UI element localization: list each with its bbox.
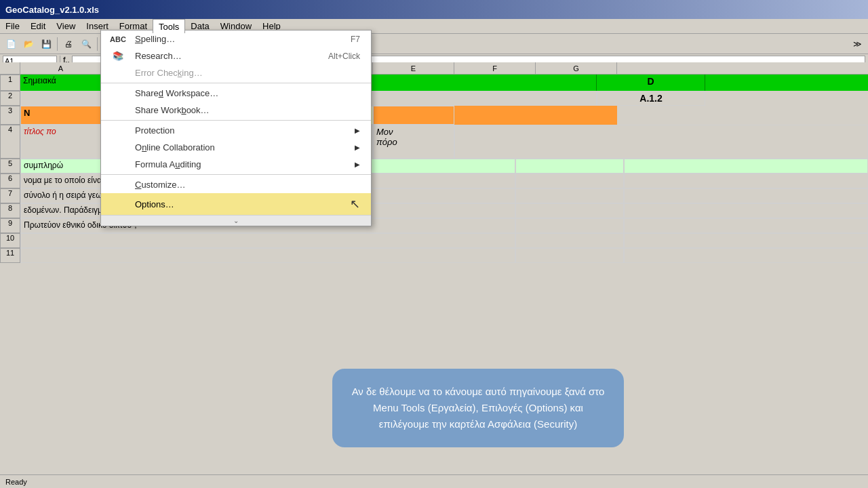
spelling-shortcut: F7	[351, 35, 360, 44]
col-f-header: F	[454, 62, 536, 74]
cell-1ef	[705, 75, 868, 91]
cell-11d	[515, 248, 624, 263]
row-11: 11	[0, 248, 868, 263]
save-btn[interactable]: 💾	[38, 36, 54, 52]
protection-arrow: ▶	[355, 127, 360, 134]
menu-share-workbook[interactable]: Share Workbook…	[101, 102, 371, 119]
new-btn[interactable]: 📄	[3, 36, 19, 52]
row-num-4: 4	[0, 125, 20, 159]
menu-research[interactable]: 📚 Research… Alt+Click	[101, 47, 371, 64]
menu-customize[interactable]: Customize…	[101, 176, 371, 193]
cell-11efg	[624, 248, 868, 263]
col-e-header: E	[373, 62, 454, 74]
row-num-9: 9	[0, 218, 20, 233]
cell-10d	[515, 233, 624, 248]
error-checking-label: Error Checking…	[135, 68, 203, 78]
sep-1	[101, 83, 371, 83]
options-label: Options…	[135, 199, 174, 209]
row-num-8: 8	[0, 203, 20, 218]
cell-3fg	[454, 106, 617, 125]
online-collab-arrow: ▶	[355, 144, 360, 151]
col-g-header: G	[536, 62, 617, 74]
title-bar: GeoCatalog_v2.1.0.xls	[0, 0, 868, 19]
cell-5efg	[624, 159, 868, 174]
shared-workspace-label: Shared Workspace…	[135, 88, 218, 98]
row-num-3: 3	[0, 106, 20, 125]
cell-4e-line2: πόρο	[376, 137, 451, 147]
preview-btn[interactable]: 🔍	[78, 36, 94, 52]
sep-3	[101, 174, 371, 175]
share-workbook-label: Share Workbook…	[135, 105, 210, 115]
spelling-label: Spelling…	[135, 34, 175, 44]
protection-label: Protection	[135, 125, 175, 136]
app-title: GeoCatalog_v2.1.0.xls	[5, 5, 99, 15]
menu-error-checking: Error Checking…	[101, 64, 371, 81]
options-icon	[111, 197, 125, 211]
cell-6d	[515, 174, 624, 188]
tooltip-text: Αν δε θέλουμε να το κάνουμε αυτό πηγαίνο…	[352, 386, 605, 430]
cell-7efg	[624, 188, 868, 203]
online-collab-label: Online Collaboration	[135, 142, 215, 152]
cell-4a: τίτλος πο	[20, 125, 102, 159]
expand-btn[interactable]: ≫	[849, 36, 865, 52]
cell-2d: A.1.2	[597, 91, 705, 106]
tools-dropdown: ABC Spelling… F7 📚 Research… Alt+Click E…	[100, 30, 372, 226]
cell-10a	[20, 233, 515, 248]
research-shortcut: Alt+Click	[328, 52, 360, 61]
menu-view[interactable]: View	[51, 19, 81, 33]
row-num-5: 5	[0, 159, 20, 174]
row-num-6: 6	[0, 174, 20, 188]
left-label: Σημειακά	[23, 76, 56, 85]
sep1	[57, 37, 58, 51]
menu-file[interactable]: File	[0, 19, 25, 33]
cell-11a	[20, 248, 515, 263]
menu-protection[interactable]: Protection ▶	[101, 122, 371, 139]
cell-9d	[515, 218, 624, 233]
open-btn[interactable]: 📂	[20, 36, 37, 52]
col-a-header: A	[20, 62, 102, 74]
cell-6efg	[624, 174, 868, 188]
status-bar: Ready	[0, 474, 868, 488]
menu-edit[interactable]: Edit	[25, 19, 51, 33]
formula-auditing-icon	[111, 157, 125, 172]
sep-2	[101, 120, 371, 121]
cell-3a: Ν	[20, 106, 102, 125]
print-btn[interactable]: 🖨	[60, 36, 77, 52]
menu-shared-workspace[interactable]: Shared Workspace…	[101, 85, 371, 102]
cell-9efg	[624, 218, 868, 233]
menu-options[interactable]: Options… ↖	[101, 193, 371, 215]
cell-2ef	[705, 91, 868, 106]
status-text: Ready	[5, 478, 27, 486]
cell-4e-line1: Μον	[376, 127, 451, 137]
cell-7d	[515, 188, 624, 203]
cell-1d: D	[597, 75, 705, 91]
research-icon: 📚	[111, 49, 125, 64]
customize-label: Customize…	[135, 180, 185, 190]
row-col-header	[0, 62, 20, 74]
row-10: 10	[0, 233, 868, 248]
menu-formula-auditing[interactable]: Formula Auditing ▶	[101, 156, 371, 173]
spelling-icon: ABC	[111, 32, 125, 47]
cursor-indicator: ↖	[350, 197, 360, 211]
menu-spelling[interactable]: ABC Spelling… F7	[101, 30, 371, 47]
protection-icon	[111, 123, 125, 138]
row-num-7: 7	[0, 188, 20, 203]
cell-8efg	[624, 203, 868, 218]
customize-icon	[111, 178, 125, 192]
menu-tools[interactable]: Tools	[153, 19, 185, 33]
row-num-1: 1	[0, 75, 20, 91]
row-num-2: 2	[0, 91, 20, 106]
research-label: Research…	[135, 51, 182, 61]
sep2	[97, 37, 98, 51]
row-num-11: 11	[0, 248, 20, 263]
error-checking-icon	[111, 66, 125, 81]
row-num-10: 10	[0, 233, 20, 248]
tooltip-bubble: Αν δε θέλουμε να το κάνουμε αυτό πηγαίνο…	[332, 369, 624, 447]
cell-10efg	[624, 233, 868, 248]
menu-scroll-down[interactable]: ⌄	[101, 215, 371, 226]
cell-5d	[515, 159, 624, 174]
menu-online-collaboration[interactable]: Online Collaboration ▶	[101, 139, 371, 156]
shared-workspace-icon	[111, 86, 125, 101]
cell-4fg	[454, 125, 868, 159]
online-collab-icon	[111, 140, 125, 155]
